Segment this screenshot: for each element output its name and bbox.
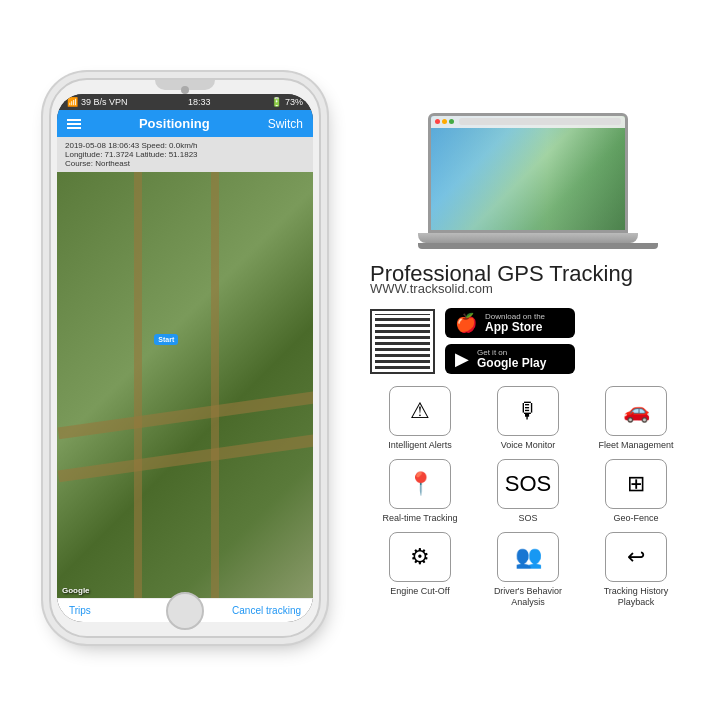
battery-icon: 🔋 (271, 97, 282, 107)
feature-sos: SOSSOS (478, 459, 578, 524)
app-buttons-section: 🍎 Download on the App Store ▶ Get it on … (370, 308, 686, 374)
feature-tracking-history: ↩Tracking History Playback (586, 532, 686, 608)
gps-line2: Longitude: 71.3724 Latitude: 51.1823 (65, 150, 305, 159)
feature-icon-fleet-management: 🚗 (605, 386, 667, 436)
map-pin-label: Start (154, 334, 178, 345)
feature-icon-geo-fence: ⊞ (605, 459, 667, 509)
feature-icon-voice-monitor: 🎙 (497, 386, 559, 436)
laptop-screen (428, 113, 628, 233)
gps-line3: Course: Northeast (65, 159, 305, 168)
feature-realtime-tracking: 📍Real-time Tracking (370, 459, 470, 524)
feature-fleet-management: 🚗Fleet Management (586, 386, 686, 451)
battery-text: 73% (285, 97, 303, 107)
road-vertical2 (211, 172, 219, 598)
feature-label-geo-fence: Geo-Fence (613, 513, 658, 524)
features-grid: ⚠Intelligent Alerts🎙Voice Monitor🚗Fleet … (370, 386, 686, 607)
status-left-text: 39 B/s VPN (81, 97, 128, 107)
feature-drivers-behavior: 👥Driver's Behavior Analysis (478, 532, 578, 608)
road-vertical (134, 172, 142, 598)
feature-voice-monitor: 🎙Voice Monitor (478, 386, 578, 451)
feature-icon-sos: SOS (497, 459, 559, 509)
feature-geo-fence: ⊞Geo-Fence (586, 459, 686, 524)
qr-code (370, 309, 435, 374)
app-btn-row: 🍎 Download on the App Store ▶ Get it on … (370, 308, 686, 374)
laptop-map-overlay (431, 116, 625, 230)
laptop-container (370, 109, 686, 249)
qr-inner (375, 314, 430, 369)
gps-info: 2019-05-08 18:06:43 Speed: 0.0km/h Longi… (57, 137, 313, 172)
map-overlay (57, 172, 313, 598)
feature-label-realtime-tracking: Real-time Tracking (382, 513, 457, 524)
feature-icon-tracking-history: ↩ (605, 532, 667, 582)
main-container: 📶 39 B/s VPN 18:33 🔋 73% (0, 0, 716, 716)
feature-icon-intelligent-alerts: ⚠ (389, 386, 451, 436)
laptop-foot (418, 243, 658, 249)
feature-intelligent-alerts: ⚠Intelligent Alerts (370, 386, 470, 451)
home-button[interactable] (166, 592, 204, 630)
phone-camera (181, 86, 189, 94)
laptop-device (418, 113, 638, 249)
status-bar: 📶 39 B/s VPN 18:33 🔋 73% (57, 94, 313, 110)
feature-engine-cutoff: ⚙Engine Cut-Off (370, 532, 470, 608)
laptop-map (431, 116, 625, 230)
google-play-text: Get it on Google Play (477, 348, 546, 370)
feature-label-fleet-management: Fleet Management (598, 440, 673, 451)
laptop-base (418, 233, 638, 243)
gps-tracking-title: Professional GPS Tracking WWW.tracksolid… (370, 261, 686, 296)
phone-screen: 📶 39 B/s VPN 18:33 🔋 73% (57, 94, 313, 622)
nav-bar: Positioning Switch (57, 110, 313, 137)
nav-switch[interactable]: Switch (268, 117, 303, 131)
status-left: 📶 39 B/s VPN (67, 97, 128, 107)
google-play-name: Google Play (477, 357, 546, 370)
phone-wrapper: 📶 39 B/s VPN 18:33 🔋 73% (30, 78, 340, 638)
feature-label-engine-cutoff: Engine Cut-Off (390, 586, 449, 597)
gps-line1: 2019-05-08 18:06:43 Speed: 0.0km/h (65, 141, 305, 150)
phone-device: 📶 39 B/s VPN 18:33 🔋 73% (49, 78, 321, 638)
feature-icon-realtime-tracking: 📍 (389, 459, 451, 509)
feature-icon-drivers-behavior: 👥 (497, 532, 559, 582)
map-area[interactable]: Start Google (57, 172, 313, 598)
app-store-button[interactable]: 🍎 Download on the App Store (445, 308, 575, 338)
app-store-name: App Store (485, 321, 545, 334)
menu-icon[interactable] (67, 119, 81, 129)
browser-chrome (431, 116, 625, 128)
status-right: 🔋 73% (271, 97, 303, 107)
app-store-text: Download on the App Store (485, 312, 545, 334)
feature-label-intelligent-alerts: Intelligent Alerts (388, 440, 452, 451)
nav-title: Positioning (139, 116, 210, 131)
right-section: Professional GPS Tracking WWW.tracksolid… (340, 109, 686, 608)
status-time: 18:33 (188, 97, 211, 107)
feature-label-drivers-behavior: Driver's Behavior Analysis (478, 586, 578, 608)
google-play-button[interactable]: ▶ Get it on Google Play (445, 344, 575, 374)
google-play-icon: ▶ (455, 348, 469, 370)
cancel-tracking-button[interactable]: Cancel tracking (232, 605, 301, 616)
store-buttons: 🍎 Download on the App Store ▶ Get it on … (445, 308, 575, 374)
apple-icon: 🍎 (455, 312, 477, 334)
trips-button[interactable]: Trips (69, 605, 91, 616)
signal-icon: 📶 (67, 97, 78, 107)
feature-label-tracking-history: Tracking History Playback (586, 586, 686, 608)
feature-label-voice-monitor: Voice Monitor (501, 440, 556, 451)
feature-label-sos: SOS (518, 513, 537, 524)
google-label: Google (62, 586, 90, 595)
feature-icon-engine-cutoff: ⚙ (389, 532, 451, 582)
